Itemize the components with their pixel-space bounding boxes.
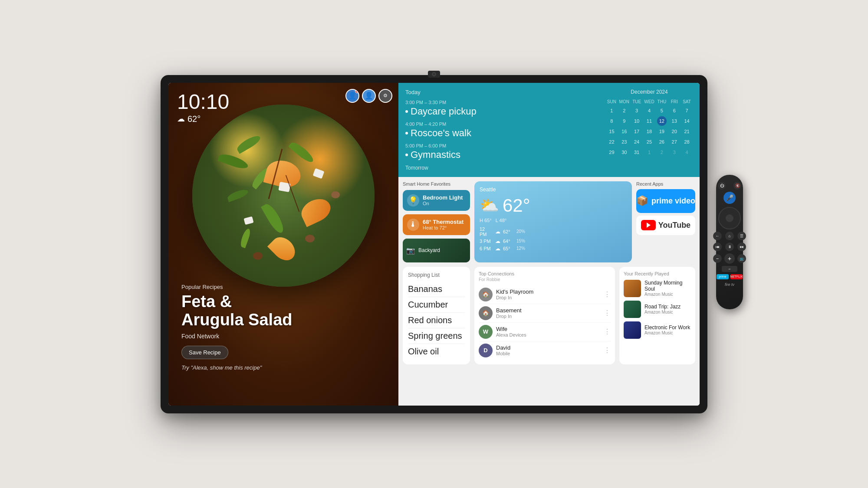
music-item-electronic[interactable]: Electronic For Work Amazon Music: [624, 321, 691, 339]
cal-day[interactable]: 18: [644, 127, 654, 136]
user-avatar[interactable]: 👤: [362, 89, 376, 103]
power-button[interactable]: ⏻: [718, 182, 726, 190]
shopping-item[interactable]: Cucumber: [408, 297, 465, 313]
cal-day[interactable]: 30: [619, 147, 629, 157]
bedroom-light-button[interactable]: 💡 Bedroom Light On: [403, 190, 470, 211]
cal-day-today[interactable]: 12: [657, 116, 667, 126]
vol-down-button[interactable]: −: [713, 254, 722, 263]
shopping-item[interactable]: Bananas: [408, 282, 465, 297]
music-thumb: [624, 301, 641, 318]
notification-dot: [355, 89, 359, 93]
cal-day[interactable]: 29: [607, 147, 616, 157]
david-avatar: D: [479, 344, 493, 357]
cal-day-other[interactable]: 4: [682, 147, 692, 157]
cal-day[interactable]: 25: [644, 137, 654, 147]
recipe-category: Popular Recipes: [181, 284, 293, 290]
shopping-item[interactable]: Spring greens: [408, 328, 465, 344]
menu-button[interactable]: ☰: [737, 232, 746, 240]
cal-day[interactable]: 11: [644, 116, 654, 126]
fastforward-button[interactable]: ⏭: [737, 242, 746, 251]
alexa-mic-button[interactable]: 🎤: [723, 192, 736, 204]
recent-apps-label: Recent Apps: [636, 181, 695, 187]
channel-button[interactable]: 📺: [737, 254, 746, 263]
connection-david[interactable]: D David Mobile ⋮: [479, 341, 611, 360]
play-pause-button[interactable]: ⏸: [725, 242, 734, 251]
nav-select-button[interactable]: [726, 214, 733, 222]
cal-day[interactable]: 4: [644, 106, 654, 115]
cal-day-other[interactable]: 2: [657, 147, 667, 157]
cal-day[interactable]: 6: [670, 106, 679, 115]
nav-ring[interactable]: [718, 207, 741, 229]
cal-day[interactable]: 1: [607, 106, 616, 115]
weather-widget[interactable]: Seattle ⛅ 62° H 65°: [474, 181, 632, 262]
firetv-brand-label: fire tv: [725, 282, 734, 287]
today-label: Today: [405, 89, 599, 95]
music-item-roadtrip[interactable]: Road Trip: Jazz Amazon Music: [624, 301, 691, 318]
cal-day[interactable]: 17: [632, 127, 641, 136]
cal-day[interactable]: 23: [619, 137, 629, 147]
more-icon[interactable]: ⋮: [604, 346, 611, 354]
basement-info: Basement Drop In: [496, 307, 600, 319]
back-button[interactable]: ←: [713, 232, 722, 240]
cal-day-other[interactable]: 3: [670, 147, 679, 157]
netflix-button[interactable]: NETFLIX: [730, 274, 743, 279]
cal-day-other[interactable]: 1: [644, 147, 654, 157]
cal-day[interactable]: 28: [682, 137, 692, 147]
cal-day[interactable]: 24: [632, 137, 641, 147]
cal-day[interactable]: 10: [632, 116, 641, 126]
cal-day[interactable]: 9: [619, 116, 629, 126]
cal-day[interactable]: 15: [607, 127, 616, 136]
connection-kids-playroom[interactable]: 🏠 Kid's Playroom Drop In ⋮: [479, 285, 611, 304]
cal-day[interactable]: 14: [682, 116, 692, 126]
minus-button[interactable]: −: [722, 266, 737, 272]
weather-icon: ☁: [177, 114, 185, 124]
cal-day[interactable]: 16: [619, 127, 629, 136]
connection-basement[interactable]: 🏠 Basement Drop In ⋮: [479, 304, 611, 323]
prime-video-tile[interactable]: 📦 prime video: [636, 189, 695, 213]
cal-day[interactable]: 5: [657, 106, 667, 115]
shopping-item[interactable]: Red onions: [408, 313, 465, 328]
event-dot: [405, 132, 408, 134]
cal-day[interactable]: 31: [632, 147, 641, 157]
wife-avatar: W: [479, 325, 493, 339]
cal-day[interactable]: 22: [607, 137, 616, 147]
cal-day[interactable]: 8: [607, 116, 616, 126]
music-item-sunday[interactable]: Sunday Morning Soul Amazon Music: [624, 280, 691, 297]
notification-avatar[interactable]: 👤: [345, 89, 359, 103]
settings-avatar[interactable]: ⚙: [378, 89, 392, 103]
recent-apps-section: Recent Apps 📦 prime video YouTube: [636, 181, 695, 262]
more-icon[interactable]: ⋮: [604, 290, 611, 298]
mute-button[interactable]: 🔇: [733, 182, 741, 190]
save-recipe-button[interactable]: Save Recipe: [181, 346, 228, 359]
cal-day[interactable]: 21: [682, 127, 692, 136]
event-item[interactable]: 4:00 PM – 4:20 PM Roscoe's walk: [405, 121, 599, 139]
more-icon[interactable]: ⋮: [604, 309, 611, 317]
cal-day[interactable]: 2: [619, 106, 629, 115]
volume-row: − + 📺: [713, 253, 746, 264]
event-item[interactable]: 5:00 PM – 6:00 PM Gymnastics: [405, 143, 599, 160]
user-avatars: 👤 👤 ⚙: [345, 89, 392, 103]
rewind-button[interactable]: ⏮: [713, 242, 722, 251]
shopping-item[interactable]: Olive oil: [408, 344, 465, 359]
event-time: 4:00 PM – 4:20 PM: [405, 121, 599, 127]
cal-day[interactable]: 19: [657, 127, 667, 136]
backyard-camera-button[interactable]: 📷 Backyard: [403, 239, 470, 262]
cal-day[interactable]: 27: [670, 137, 679, 147]
connections-sublabel: For Robbie: [479, 277, 611, 282]
weather-hour-row: 12 PM ☁ 62° 20%: [480, 226, 627, 237]
cal-day[interactable]: 20: [670, 127, 679, 136]
alexa-hint-text: Try "Alexa, show me this recipe": [181, 364, 293, 371]
vol-up-button[interactable]: +: [724, 253, 735, 264]
home-button[interactable]: ⌂: [725, 232, 734, 240]
cal-day[interactable]: 13: [670, 116, 679, 126]
thermostat-button[interactable]: 🌡 68° Thermostat Heat to 72°: [403, 214, 470, 235]
cal-day[interactable]: 26: [657, 137, 667, 147]
cal-day[interactable]: 3: [632, 106, 641, 115]
more-icon[interactable]: ⋮: [604, 328, 611, 336]
cal-day[interactable]: 7: [682, 106, 692, 115]
connection-wife[interactable]: W Wife Alexa Devices ⋮: [479, 323, 611, 341]
amazon-button[interactable]: prime: [717, 274, 729, 279]
weather-hi-lo: H 65° L 48°: [480, 218, 627, 223]
youtube-tile[interactable]: YouTube: [636, 216, 695, 235]
event-item[interactable]: 3:00 PM – 3:30 PM Daycare pickup: [405, 100, 599, 117]
